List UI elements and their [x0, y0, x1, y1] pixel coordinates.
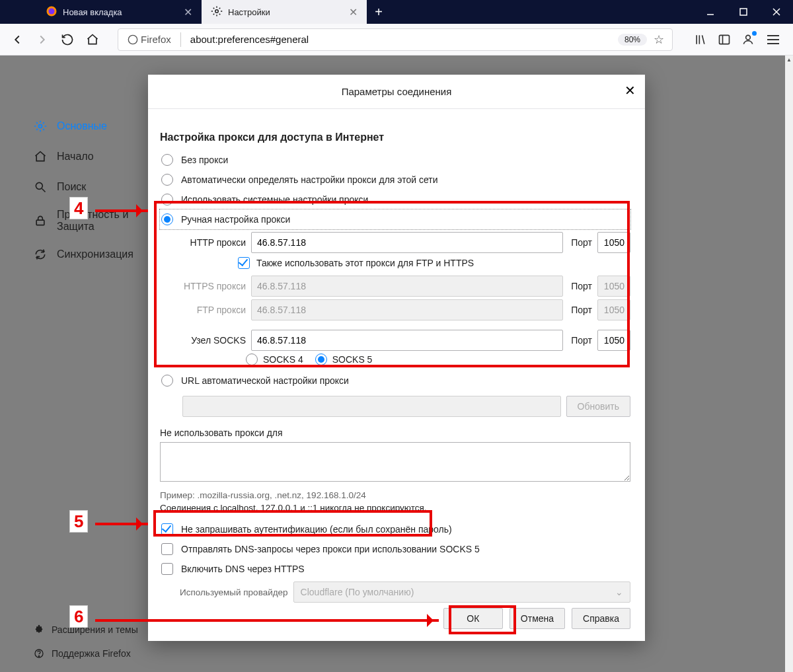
reload-button[interactable] [57, 29, 78, 50]
home-button[interactable] [82, 29, 103, 50]
minimize-button[interactable] [694, 0, 727, 24]
help-button[interactable]: Справка [572, 608, 630, 629]
sidebar-icon[interactable] [716, 32, 732, 48]
close-icon[interactable]: ✕ [184, 6, 192, 19]
svg-point-14 [39, 125, 42, 128]
radio-label: Ручная настройка прокси [181, 214, 290, 225]
svg-point-19 [38, 655, 39, 656]
radio-icon [161, 213, 173, 225]
sidebar-item-search[interactable]: Поиск [0, 172, 149, 202]
cancel-button[interactable]: Отмена [510, 608, 565, 629]
cb-dns-socks[interactable]: Отправлять DNS-запросы через прокси при … [160, 539, 630, 559]
checkbox-icon [161, 523, 173, 535]
dialog-footer: ОК Отмена Справка [148, 608, 645, 641]
close-icon[interactable]: ✕ [624, 83, 636, 98]
sidebar-item-support[interactable]: Поддержка Firefox [33, 642, 138, 665]
scrollbar-track[interactable]: ▲ [785, 56, 793, 672]
firefox-icon [46, 5, 57, 19]
row-ftp: FTP прокси Порт [167, 299, 630, 320]
provider-select: Cloudflare (По умолчанию) ⌄ [293, 581, 630, 603]
sidebar-item-home[interactable]: Начало [0, 141, 149, 172]
tab-settings[interactable]: Настройки ✕ [202, 0, 367, 24]
refresh-button: Обновить [566, 396, 630, 417]
svg-point-13 [746, 35, 751, 40]
provider-label: Используемый провайдер [180, 587, 288, 597]
sidebar-label: Основные [57, 120, 107, 132]
sidebar-label: Поиск [57, 181, 86, 193]
close-button[interactable] [760, 0, 793, 24]
socks-version: SOCKS 4 SOCKS 5 [246, 354, 630, 365]
radio-icon [161, 174, 173, 186]
socks-port-input[interactable] [597, 330, 630, 351]
scroll-up-icon[interactable]: ▲ [785, 56, 793, 63]
checkbox-icon [161, 563, 173, 575]
radio-pac-url[interactable]: URL автоматической настройки прокси [160, 371, 630, 391]
browser-toolbar: Firefox about:preferences#general 80% ☆ [0, 24, 793, 56]
zoom-badge[interactable]: 80% [618, 34, 647, 46]
localhost-note: Соединения с localhost, 127.0.0.1 и ::1 … [160, 503, 630, 513]
radio-no-proxy[interactable]: Без прокси [160, 150, 630, 170]
radio-manual[interactable]: Ручная настройка прокси [160, 209, 630, 229]
cb-dns-https[interactable]: Включить DNS через HTTPS [160, 559, 630, 579]
app-menu-button[interactable] [764, 30, 782, 49]
row-http: HTTP прокси Порт [167, 232, 630, 253]
section-heading: Настройка прокси для доступа в Интернет [160, 131, 630, 143]
identity-label: Firefox [141, 34, 171, 45]
socks-host-input[interactable] [251, 330, 563, 351]
radio-use-system[interactable]: Использовать системные настройки прокси [160, 190, 630, 209]
label-https: HTTPS прокси [167, 281, 246, 291]
radio-icon [161, 154, 173, 166]
cb-no-auth[interactable]: Не запрашивать аутентификацию (если был … [160, 519, 630, 539]
radio-socks5[interactable]: SOCKS 5 [315, 354, 373, 365]
maximize-button[interactable] [727, 0, 760, 24]
radio-label: Без прокси [181, 155, 228, 165]
bookmark-star-icon[interactable]: ☆ [654, 32, 664, 47]
svg-rect-17 [36, 220, 44, 225]
ok-button[interactable]: ОК [443, 608, 503, 629]
row-also-use[interactable]: Также использовать этот прокси для FTP и… [238, 257, 630, 269]
library-icon[interactable] [693, 32, 708, 48]
sidebar-footer: Расширения и темы Поддержка Firefox [33, 618, 138, 665]
label-port: Порт [568, 237, 592, 248]
tab-label: Новая вкладка [63, 7, 122, 17]
url-bar[interactable]: Firefox about:preferences#general 80% ☆ [118, 28, 673, 51]
sidebar-item-general[interactable]: Основные [0, 111, 149, 141]
radio-auto-detect[interactable]: Автоматически определять настройки прокс… [160, 170, 630, 190]
svg-point-7 [128, 35, 137, 44]
window-controls [694, 0, 793, 24]
chevron-down-icon: ⌄ [615, 587, 623, 597]
label-http: HTTP прокси [167, 237, 246, 248]
label-port: Порт [568, 335, 592, 346]
checkbox-label: Также использовать этот прокси для FTP и… [256, 258, 474, 268]
example-text: Пример: .mozilla-russia.org, .net.nz, 19… [160, 490, 630, 500]
sidebar-label: Защита [57, 221, 128, 233]
identity-box[interactable]: Firefox [122, 32, 186, 47]
svg-line-10 [702, 35, 704, 44]
provider-value: Cloudflare (По умолчанию) [301, 587, 414, 597]
svg-point-15 [36, 182, 42, 189]
noproxy-input[interactable] [160, 442, 630, 482]
http-port-input[interactable] [597, 232, 630, 253]
sidebar-item-sync[interactable]: Синхронизация [0, 239, 149, 270]
account-icon[interactable] [740, 32, 756, 48]
http-host-input[interactable] [251, 232, 563, 253]
radio-label: URL автоматической настройки прокси [181, 375, 349, 386]
radio-label: SOCKS 4 [263, 354, 303, 365]
dialog-body: Настройка прокси для доступа в Интернет … [148, 109, 645, 605]
gear-icon [211, 5, 223, 19]
search-icon [33, 180, 48, 194]
sidebar-item-privacy[interactable]: Приватность и Защита [0, 202, 149, 239]
close-icon[interactable]: ✕ [349, 6, 358, 19]
ftp-host-input [251, 299, 563, 320]
tab-newtab[interactable]: Новая вкладка ✕ [36, 0, 202, 24]
forward-button[interactable] [32, 29, 53, 50]
sidebar-label: Начало [57, 151, 94, 163]
radio-socks4[interactable]: SOCKS 4 [246, 354, 303, 365]
dialog-header: Параметры соединения ✕ [148, 75, 645, 109]
checkbox-label: Не запрашивать аутентификацию (если был … [181, 524, 452, 535]
sidebar-item-extensions[interactable]: Расширения и темы [33, 618, 138, 642]
back-button[interactable] [7, 29, 28, 50]
new-tab-button[interactable]: + [367, 0, 391, 24]
dns-provider-row: Используемый провайдер Cloudflare (По ум… [180, 581, 630, 603]
radio-label: Использовать системные настройки прокси [181, 194, 368, 205]
